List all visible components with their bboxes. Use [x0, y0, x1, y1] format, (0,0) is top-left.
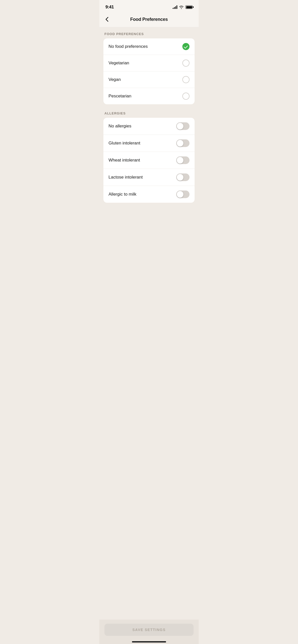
toggle-milk[interactable] — [176, 191, 189, 198]
allergy-row-no-allergies[interactable]: No allergies — [103, 118, 195, 135]
status-icons — [173, 5, 193, 9]
toggle-thumb-gluten — [177, 140, 183, 147]
pref-row-vegetarian[interactable]: Vegetarian — [103, 55, 195, 71]
radio-no-food[interactable] — [182, 43, 189, 50]
battery-icon — [185, 5, 193, 9]
pref-label-pescetarian: Pescetarian — [109, 94, 131, 99]
main-content: FOOD PREFERENCES No food preferences Veg… — [99, 27, 199, 235]
toggle-thumb-lactose — [177, 174, 183, 181]
food-preferences-section-title: FOOD PREFERENCES — [103, 32, 195, 36]
back-button[interactable] — [104, 16, 110, 23]
allergies-card: No allergies Gluten intolerant Wheat int… — [103, 118, 195, 203]
radio-vegetarian[interactable] — [182, 60, 189, 67]
allergy-label-wheat: Wheat intolerant — [109, 158, 140, 163]
status-time: 9:41 — [105, 5, 114, 10]
page-title: Food Preferences — [130, 17, 168, 22]
toggle-thumb-wheat — [177, 157, 183, 164]
allergies-section: ALLERGIES No allergies Gluten intolerant… — [103, 111, 195, 203]
food-preferences-section: FOOD PREFERENCES No food preferences Veg… — [103, 32, 195, 104]
toggle-lactose[interactable] — [176, 173, 189, 181]
pref-row-vegan[interactable]: Vegan — [103, 71, 195, 88]
pref-row-no-food[interactable]: No food preferences — [103, 38, 195, 55]
allergy-label-milk: Allergic to milk — [109, 192, 137, 197]
food-preferences-card: No food preferences Vegetarian Vegan Pes… — [103, 38, 195, 104]
allergy-row-milk[interactable]: Allergic to milk — [103, 186, 195, 203]
allergies-section-title: ALLERGIES — [103, 111, 195, 115]
radio-pescetarian[interactable] — [182, 93, 189, 100]
allergy-row-gluten[interactable]: Gluten intolerant — [103, 135, 195, 152]
pref-label-vegan: Vegan — [109, 77, 121, 82]
toggle-thumb-no-allergies — [177, 123, 183, 129]
radio-vegan[interactable] — [182, 76, 189, 83]
pref-label-no-food: No food preferences — [109, 44, 148, 49]
pref-row-pescetarian[interactable]: Pescetarian — [103, 88, 195, 104]
signal-icon — [173, 5, 177, 9]
wifi-icon — [179, 5, 184, 9]
allergy-label-no-allergies: No allergies — [109, 124, 131, 129]
allergy-row-wheat[interactable]: Wheat intolerant — [103, 152, 195, 169]
toggle-no-allergies[interactable] — [176, 122, 189, 130]
toggle-thumb-milk — [177, 191, 183, 198]
status-bar: 9:41 — [99, 0, 199, 13]
allergy-row-lactose[interactable]: Lactose intolerant — [103, 169, 195, 186]
toggle-wheat[interactable] — [176, 156, 189, 164]
allergy-label-lactose: Lactose intolerant — [109, 175, 143, 180]
pref-label-vegetarian: Vegetarian — [109, 61, 129, 66]
toggle-gluten[interactable] — [176, 139, 189, 147]
allergy-label-gluten: Gluten intolerant — [109, 141, 140, 146]
nav-header: Food Preferences — [99, 13, 199, 27]
